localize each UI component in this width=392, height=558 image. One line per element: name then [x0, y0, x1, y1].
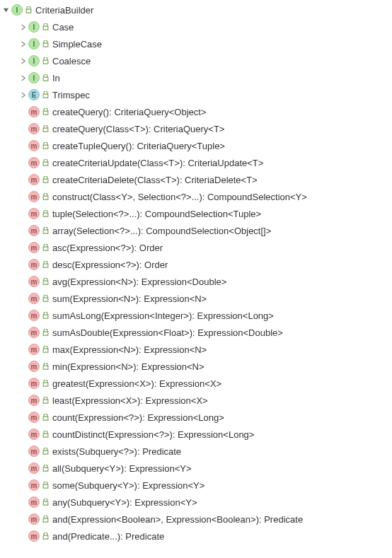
tree-row[interactable]: ISimpleCase	[0, 35, 392, 52]
tree-row[interactable]: mcreateCriteriaDelete(Class<T>): Criteri…	[0, 171, 392, 188]
method-icon: m	[28, 378, 40, 389]
lock-icon	[41, 226, 50, 235]
lock-icon	[41, 379, 50, 388]
tree-row[interactable]: mmin(Expression<N>): Expression<N>	[0, 358, 392, 375]
tree-row[interactable]: mcount(Expression<?>): Expression<Long>	[0, 409, 392, 426]
lock-icon	[24, 6, 33, 14]
tree-item-label: CriteriaBuilder	[35, 5, 93, 16]
tree-row[interactable]: mdesc(Expression<?>): Order	[0, 256, 392, 273]
lock-icon	[41, 91, 50, 99]
tree-item-label: createQuery(Class<T>): CriteriaQuery<T>	[52, 124, 224, 134]
tree-row[interactable]: ICoalesce	[0, 52, 392, 69]
method-icon: m	[28, 310, 40, 321]
expand-toggle-icon[interactable]	[17, 21, 28, 33]
tree-item-label: and(Expression<Boolean>, Expression<Bool…	[52, 514, 303, 525]
tree-row[interactable]: msumAsDouble(Expression<Float>): Express…	[0, 324, 392, 341]
method-icon: m	[28, 530, 40, 542]
expand-toggle-icon[interactable]	[0, 4, 11, 16]
tree-item-label: array(Selection<?>...): CompoundSelectio…	[52, 226, 271, 236]
lock-icon	[41, 328, 50, 337]
interface-icon: I	[28, 38, 40, 50]
tree-row[interactable]: mcreateCriteriaUpdate(Class<T>): Criteri…	[0, 154, 392, 171]
lock-icon	[41, 40, 50, 48]
tree-row[interactable]: mgreatest(Expression<X>): Expression<X>	[0, 375, 392, 392]
method-icon: m	[28, 191, 40, 202]
tree-item-label: min(Expression<N>): Expression<N>	[52, 361, 204, 372]
tree-row[interactable]: mtuple(Selection<?>...): CompoundSelecti…	[0, 205, 392, 222]
tree-row[interactable]: ICase	[0, 18, 392, 35]
method-icon: m	[28, 276, 40, 287]
tree-row[interactable]: msumAsLong(Expression<Integer>): Express…	[0, 307, 392, 324]
lock-icon	[41, 260, 50, 269]
lock-icon	[41, 294, 50, 303]
method-icon: m	[28, 429, 40, 440]
tree-item-label: sumAsLong(Expression<Integer>): Expressi…	[52, 310, 274, 321]
tree-row[interactable]: mcreateQuery(): CriteriaQuery<Object>	[0, 103, 392, 120]
tree-row[interactable]: msome(Subquery<Y>): Expression<Y>	[0, 477, 392, 494]
tree-row[interactable]: msum(Expression<N>): Expression<N>	[0, 290, 392, 307]
tree-row[interactable]: mcreateQuery(Class<T>): CriteriaQuery<T>	[0, 120, 392, 137]
tree-row[interactable]: mleast(Expression<X>): Expression<X>	[0, 392, 392, 409]
lock-icon	[41, 243, 50, 252]
method-icon: m	[28, 242, 40, 253]
expand-toggle-icon[interactable]	[17, 38, 28, 50]
tree-row[interactable]: mavg(Expression<N>): Expression<Double>	[0, 273, 392, 290]
expand-toggle-icon[interactable]	[17, 89, 28, 100]
tree-item-label: createCriteriaDelete(Class<T>): Criteria…	[52, 175, 258, 185]
tree-row[interactable]: many(Subquery<Y>): Expression<Y>	[0, 494, 392, 511]
tree-item-label: Coalesce	[52, 56, 91, 66]
tree-item-label: count(Expression<?>): Expression<Long>	[52, 412, 224, 423]
method-icon: m	[28, 395, 40, 406]
lock-icon	[41, 532, 50, 540]
method-icon: m	[28, 259, 40, 270]
tree-row[interactable]: mexists(Subquery<?>): Predicate	[0, 443, 392, 460]
tree-row[interactable]: mmax(Expression<N>): Expression<N>	[0, 341, 392, 358]
tree-item-label: max(Expression<N>): Expression<N>	[52, 344, 207, 355]
tree-item-label: SimpleCase	[52, 39, 102, 50]
expand-toggle-icon[interactable]	[17, 72, 28, 83]
tree-item-label: and(Predicate...): Predicate	[52, 531, 164, 542]
method-icon: m	[28, 479, 40, 491]
lock-icon	[41, 192, 50, 201]
lock-icon	[41, 447, 50, 455]
interface-icon: I	[28, 72, 40, 83]
lock-icon	[41, 311, 50, 320]
interface-icon: I	[28, 21, 40, 33]
lock-icon	[41, 515, 50, 523]
method-icon: m	[28, 361, 40, 372]
tree-item-label: sumAsDouble(Expression<Float>): Expressi…	[52, 327, 283, 338]
tree-row[interactable]: mcreateTupleQuery(): CriteriaQuery<Tuple…	[0, 137, 392, 154]
tree-row[interactable]: ETrimspec	[0, 86, 392, 103]
tree-item-label: some(Subquery<Y>): Expression<Y>	[52, 480, 204, 491]
method-icon: m	[28, 123, 40, 134]
tree-row[interactable]: mall(Subquery<Y>): Expression<Y>	[0, 460, 392, 477]
lock-icon	[41, 175, 50, 184]
method-icon: m	[28, 174, 40, 185]
tree-item-label: createCriteriaUpdate(Class<T>): Criteria…	[52, 158, 263, 168]
tree-item-label: tuple(Selection<?>...): CompoundSelectio…	[52, 209, 261, 219]
method-icon: m	[28, 293, 40, 304]
structure-tree: I CriteriaBuilder ICaseISimpleCaseICoale…	[0, 0, 392, 546]
lock-icon	[41, 158, 50, 167]
method-icon: m	[28, 225, 40, 236]
tree-row[interactable]: mconstruct(Class<Y>, Selection<?>...): C…	[0, 188, 392, 205]
tree-row[interactable]: IIn	[0, 69, 392, 86]
lock-icon	[41, 57, 50, 65]
lock-icon	[41, 74, 50, 82]
lock-icon	[41, 345, 50, 354]
tree-row[interactable]: mand(Expression<Boolean>, Expression<Boo…	[0, 511, 392, 528]
tree-item-label: createQuery(): CriteriaQuery<Object>	[52, 107, 206, 117]
lock-icon	[41, 23, 50, 31]
tree-row-root[interactable]: I CriteriaBuilder	[0, 1, 392, 18]
lock-icon	[41, 124, 50, 133]
tree-row[interactable]: mcountDistinct(Expression<?>): Expressio…	[0, 426, 392, 443]
lock-icon	[41, 396, 50, 405]
tree-row[interactable]: masc(Expression<?>): Order	[0, 239, 392, 256]
lock-icon	[41, 277, 50, 286]
method-icon: m	[28, 106, 40, 117]
tree-item-label: Case	[52, 22, 74, 33]
tree-row[interactable]: mand(Predicate...): Predicate	[0, 528, 392, 545]
tree-item-label: avg(Expression<N>): Expression<Double>	[52, 277, 226, 287]
expand-toggle-icon[interactable]	[17, 55, 28, 66]
tree-row[interactable]: marray(Selection<?>...): CompoundSelecti…	[0, 222, 392, 239]
